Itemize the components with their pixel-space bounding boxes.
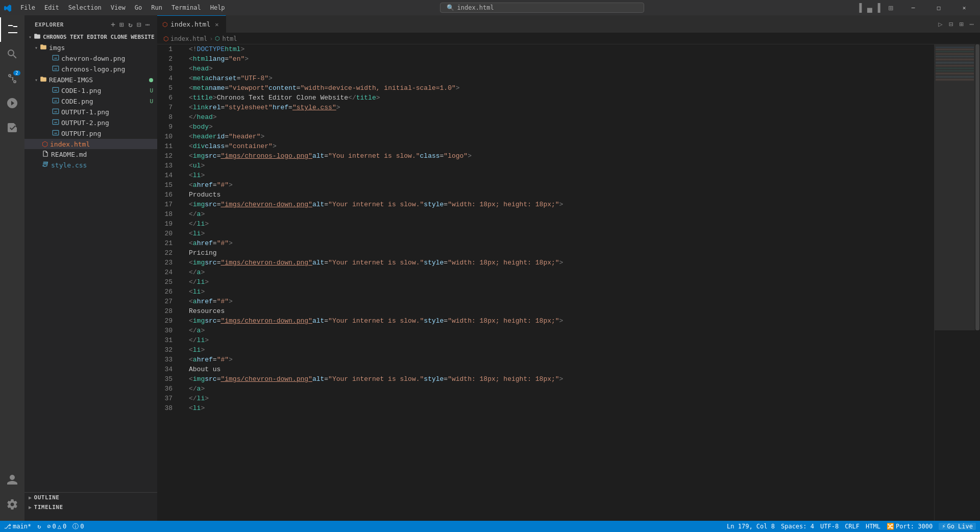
port-status[interactable]: 🔀 Port: 3000 bbox=[887, 523, 933, 530]
menu-view[interactable]: View bbox=[107, 3, 130, 12]
code-line-24: </a> bbox=[189, 268, 934, 277]
activity-item-run-debug[interactable] bbox=[0, 91, 24, 115]
line-number-7: 7 bbox=[157, 103, 179, 112]
breadcrumb-element[interactable]: html bbox=[222, 35, 237, 42]
line-number-17: 17 bbox=[157, 200, 179, 209]
toggle-secondary-sidebar-button[interactable]: ▌ bbox=[876, 2, 885, 14]
activity-item-explorer[interactable] bbox=[0, 17, 24, 42]
css-file-icon bbox=[42, 161, 49, 170]
scrollbar-thumb[interactable] bbox=[975, 44, 979, 330]
encoding[interactable]: UTF-8 bbox=[820, 523, 839, 530]
code-content[interactable]: <!DOCTYPE html><html lang="en"><head> <m… bbox=[183, 44, 934, 521]
file-style-css[interactable]: style.css bbox=[24, 160, 157, 171]
errors-status[interactable]: ⊘ 0 △ 0 bbox=[47, 523, 66, 530]
code-line-29: <img src="imgs/chevron-down.png" alt="Yo… bbox=[189, 316, 934, 326]
bottom-panel: ▶ OUTLINE ▶ TIMELINE bbox=[24, 492, 157, 521]
line-number-2: 2 bbox=[157, 54, 179, 64]
file-chronos-logo-png[interactable]: chronos-logo.png bbox=[24, 64, 157, 75]
branch-status[interactable]: ⎇ main* bbox=[4, 523, 31, 530]
line-number-32: 32 bbox=[157, 345, 179, 355]
file-index-html[interactable]: ⬡ index.html bbox=[24, 139, 157, 149]
sync-status[interactable]: ↻ bbox=[37, 523, 41, 530]
activity-item-settings[interactable] bbox=[0, 492, 24, 517]
search-bar[interactable]: 🔍 index.html bbox=[440, 3, 644, 13]
untracked-badge: U bbox=[150, 87, 153, 94]
go-live-button[interactable]: ⚡ Go Live bbox=[939, 523, 976, 530]
code-editor: 1234567891011121314151617181920212223242… bbox=[157, 44, 980, 521]
image-file-icon bbox=[52, 86, 59, 95]
file-code1-png[interactable]: CODE-1.png U bbox=[24, 85, 157, 96]
close-button[interactable]: ✕ bbox=[952, 0, 976, 15]
folder-imgs[interactable]: ▾ imgs bbox=[24, 42, 157, 53]
image-file-icon bbox=[52, 108, 59, 116]
image-file-icon bbox=[52, 118, 59, 127]
line-number-5: 5 bbox=[157, 83, 179, 93]
file-output2-png[interactable]: OUTPUT-2.png bbox=[24, 117, 157, 128]
timeline-section[interactable]: ▶ TIMELINE bbox=[24, 502, 157, 512]
toggle-primary-sidebar-button[interactable]: ▐ bbox=[854, 2, 864, 14]
line-number-36: 36 bbox=[157, 384, 179, 394]
go-live-text: Go Live bbox=[947, 523, 973, 530]
activity-item-extensions[interactable] bbox=[0, 115, 24, 140]
refresh-explorer-icon[interactable]: ↻ bbox=[127, 19, 134, 30]
split-editor-down-button[interactable]: ⊞ bbox=[957, 19, 965, 29]
code-line-26: <li> bbox=[189, 287, 934, 297]
file-readme-md[interactable]: README.md bbox=[24, 149, 157, 160]
run-button[interactable]: ▷ bbox=[936, 19, 944, 29]
line-number-35: 35 bbox=[157, 374, 179, 384]
code-line-18: </a> bbox=[189, 209, 934, 219]
language-mode[interactable]: HTML bbox=[866, 523, 880, 530]
activity-item-search[interactable] bbox=[0, 42, 24, 66]
menu-file[interactable]: File bbox=[16, 3, 39, 12]
timeline-chevron-icon: ▶ bbox=[29, 504, 32, 510]
line-endings[interactable]: CRLF bbox=[845, 523, 860, 530]
warning-count: 0 bbox=[63, 523, 66, 530]
minimize-button[interactable]: ─ bbox=[901, 0, 925, 15]
more-actions-button[interactable]: ⋯ bbox=[968, 19, 976, 29]
menu-edit[interactable]: Edit bbox=[40, 3, 63, 12]
tab-index-html[interactable]: ⬡ index.html ✕ bbox=[157, 15, 226, 33]
file-output1-png[interactable]: OUTPUT-1.png bbox=[24, 107, 157, 117]
maximize-button[interactable]: □ bbox=[927, 0, 950, 15]
breadcrumb-file[interactable]: index.html bbox=[170, 35, 207, 42]
menu-go[interactable]: Go bbox=[131, 3, 146, 12]
line-number-37: 37 bbox=[157, 394, 179, 403]
code-line-4: <meta charset="UTF-8"> bbox=[189, 74, 934, 83]
line-number-21: 21 bbox=[157, 238, 179, 248]
line-number-34: 34 bbox=[157, 365, 179, 374]
live-icon: ⚡ bbox=[942, 523, 945, 530]
breadcrumb-separator: › bbox=[209, 35, 213, 42]
status-bar-left: ⎇ main* ↻ ⊘ 0 △ 0 ⓘ 0 bbox=[4, 522, 84, 531]
explorer-content: ▾ CHRONOS TEXT EDITOR CLONE WEBSITE ▾ im… bbox=[24, 32, 157, 492]
activity-item-accounts[interactable] bbox=[0, 468, 24, 492]
code-line-28: Resources bbox=[189, 306, 934, 316]
activity-item-source-control[interactable]: 2 bbox=[0, 66, 24, 91]
more-actions-icon[interactable]: ⋯ bbox=[144, 19, 151, 30]
info-status[interactable]: ⓘ 0 bbox=[72, 522, 84, 531]
breadcrumb: ⬡ index.html › ⬡ html bbox=[157, 33, 980, 44]
file-output-png[interactable]: OUTPUT.png bbox=[24, 128, 157, 139]
toggle-panel-button[interactable]: ▄ bbox=[865, 2, 874, 14]
file-chevron-down-png[interactable]: chevron-down.png bbox=[24, 53, 157, 64]
indentation[interactable]: Spaces: 4 bbox=[781, 523, 814, 530]
split-editor-button[interactable]: ⊟ bbox=[947, 19, 955, 29]
menu-help[interactable]: Help bbox=[206, 3, 229, 12]
collapse-folders-icon[interactable]: ⊟ bbox=[136, 19, 142, 30]
scrollbar[interactable] bbox=[975, 44, 980, 521]
file-code-png[interactable]: CODE.png U bbox=[24, 96, 157, 107]
menu-run[interactable]: Run bbox=[147, 3, 166, 12]
menu-selection[interactable]: Selection bbox=[64, 3, 106, 12]
folder-readme-imgs[interactable]: ▾ README-IMGS bbox=[24, 75, 157, 85]
outline-section[interactable]: ▶ OUTLINE bbox=[24, 493, 157, 502]
cursor-position[interactable]: Ln 179, Col 8 bbox=[727, 523, 775, 530]
code-line-2: <html lang="en"> bbox=[189, 54, 934, 64]
new-file-icon[interactable]: + bbox=[110, 19, 116, 30]
line-number-12: 12 bbox=[157, 151, 179, 161]
new-folder-icon[interactable]: ⊞ bbox=[118, 19, 125, 30]
tab-close-button[interactable]: ✕ bbox=[213, 20, 220, 29]
project-root[interactable]: ▾ CHRONOS TEXT EDITOR CLONE WEBSITE bbox=[24, 32, 157, 42]
file-output2-label: OUTPUT-2.png bbox=[61, 119, 157, 127]
customize-layout-button[interactable]: ⊞ bbox=[886, 2, 895, 14]
activity-bar-bottom bbox=[0, 468, 24, 521]
menu-terminal[interactable]: Terminal bbox=[167, 3, 205, 12]
